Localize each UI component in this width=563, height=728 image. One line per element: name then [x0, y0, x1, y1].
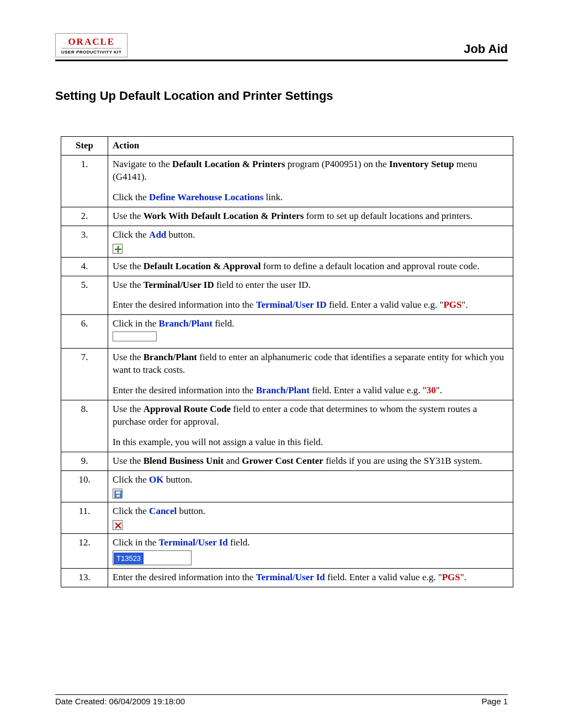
svg-rect-2 [116, 495, 120, 497]
step-number: 12. [61, 533, 108, 569]
step-number: 1. [61, 155, 108, 207]
ok-button-ref: OK [149, 474, 163, 485]
step-action: Use the Blend Business Unit and Grower C… [108, 452, 513, 470]
table-row: 3. Click the Add button. [61, 226, 513, 257]
header-right-label: Job Aid [464, 42, 508, 57]
plus-icon[interactable] [113, 244, 123, 254]
step-action: Navigate to the Default Location & Print… [108, 155, 513, 207]
steps-table: Step Action 1. Navigate to the Default L… [61, 136, 513, 587]
page-title: Setting Up Default Location and Printer … [55, 89, 508, 103]
step-number: 10. [61, 470, 108, 502]
col-action: Action [108, 137, 513, 156]
footer-page: Page 1 [481, 697, 508, 706]
table-row: 7. Use the Branch/Plant field to enter a… [61, 349, 513, 400]
add-button-ref: Add [149, 229, 166, 240]
terminal-user-id-field-ref: Terminal/User Id [159, 537, 228, 548]
step-number: 6. [61, 315, 108, 349]
footer-date: Date Created: 06/04/2009 19:18:00 [55, 697, 185, 706]
table-row: 4. Use the Default Location & Approval f… [61, 257, 513, 276]
step-number: 13. [61, 569, 108, 587]
logo-bottom: USER PRODUCTIVITY KIT [61, 48, 121, 55]
terminal-user-id-input[interactable]: T13523 [113, 550, 192, 566]
table-row: 5. Use the Terminal/User ID field to ent… [61, 276, 513, 315]
table-row: 13. Enter the desired information into t… [61, 569, 513, 587]
table-row: 6. Click in the Branch/Plant field. [61, 315, 513, 349]
table-row: 2. Use the Work With Default Location & … [61, 207, 513, 226]
branch-plant-field-ref: Branch/Plant [159, 318, 213, 329]
branch-plant-input[interactable] [113, 331, 157, 341]
save-icon[interactable] [113, 489, 123, 499]
step-number: 8. [61, 400, 108, 452]
step-action: Use the Work With Default Location & Pri… [108, 207, 513, 226]
step-action: Click the OK button. [108, 470, 513, 502]
step-number: 3. [61, 226, 108, 257]
step-action: Click in the Terminal/User Id field. T13… [108, 533, 513, 569]
table-row: 11. Click the Cancel button. [61, 502, 513, 533]
step-action: Click in the Branch/Plant field. [108, 315, 513, 349]
step-action: Click the Add button. [108, 226, 513, 257]
cancel-button-ref: Cancel [149, 506, 177, 516]
step-number: 2. [61, 207, 108, 226]
define-warehouse-locations-link[interactable]: Define Warehouse Locations [149, 192, 263, 202]
step-number: 11. [61, 502, 108, 533]
step-number: 4. [61, 257, 108, 276]
page-header: ORACLE USER PRODUCTIVITY KIT Job Aid [55, 33, 508, 61]
step-action: Enter the desired information into the T… [108, 569, 513, 587]
step-number: 7. [61, 349, 108, 400]
step-action: Use the Terminal/User ID field to enter … [108, 276, 513, 315]
svg-rect-1 [116, 491, 120, 494]
table-row: 8. Use the Approval Route Code field to … [61, 400, 513, 452]
step-action: Use the Approval Route Code field to ent… [108, 400, 513, 452]
step-number: 9. [61, 452, 108, 470]
page-footer: Date Created: 06/04/2009 19:18:00 Page 1 [55, 694, 508, 706]
table-row: 12. Click in the Terminal/User Id field.… [61, 533, 513, 569]
close-icon[interactable] [113, 520, 123, 530]
step-action: Use the Default Location & Approval form… [108, 257, 513, 276]
step-action: Use the Branch/Plant field to enter an a… [108, 349, 513, 400]
table-row: 9. Use the Blend Business Unit and Growe… [61, 452, 513, 470]
step-number: 5. [61, 276, 108, 315]
table-row: 10. Click the OK button. [61, 470, 513, 502]
table-header-row: Step Action [61, 137, 513, 156]
logo-top: ORACLE [61, 37, 121, 48]
step-action: Click the Cancel button. [108, 502, 513, 533]
oracle-logo: ORACLE USER PRODUCTIVITY KIT [55, 33, 128, 57]
col-step: Step [61, 137, 108, 156]
table-row: 1. Navigate to the Default Location & Pr… [61, 155, 513, 207]
